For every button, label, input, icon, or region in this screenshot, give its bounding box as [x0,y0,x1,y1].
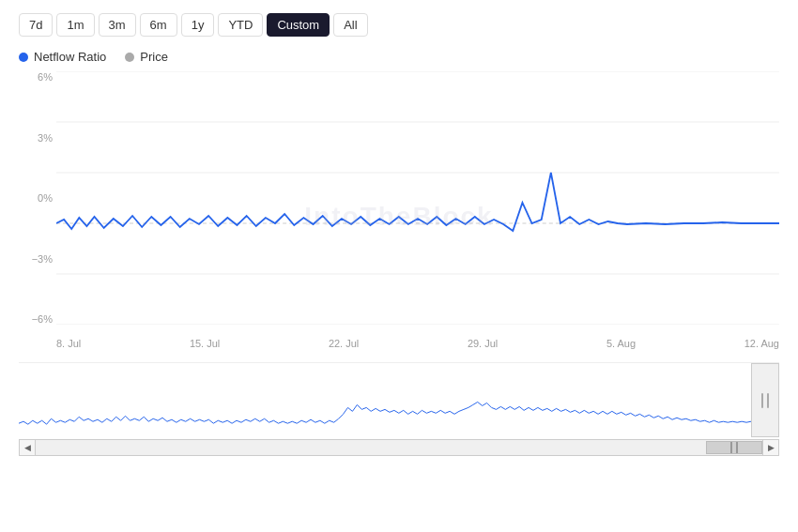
x-label-2: 22. Jul [329,338,359,349]
mini-chart-handle[interactable] [751,363,779,437]
legend-item-0: Netflow Ratio [19,50,106,64]
y-label-3: −3% [19,253,56,265]
scroll-right-button[interactable]: ▶ [762,439,779,456]
time-btn-1y[interactable]: 1y [181,13,215,37]
legend-label-0: Netflow Ratio [34,50,106,64]
x-label-0: 8. Jul [56,338,81,349]
main-container: 7d1m3m6m1yYTDCustomAll Netflow RatioPric… [0,0,798,532]
time-btn-custom[interactable]: Custom [267,13,330,37]
time-range-bar: 7d1m3m6m1yYTDCustomAll [0,0,798,46]
scroll-thumb[interactable] [706,441,762,454]
time-btn-7d[interactable]: 7d [19,13,53,37]
legend-dot-1 [125,53,134,62]
scrollbar-area: ◀ ▶ [19,439,779,456]
mini-chart-area [19,362,779,437]
time-btn-6m[interactable]: 6m [140,13,177,37]
y-label-4: −6% [19,313,56,325]
x-label-5: 12. Aug [744,338,779,349]
x-label-3: 29. Jul [468,338,498,349]
x-label-4: 5. Aug [606,338,636,349]
mini-chart-svg [19,363,751,437]
time-btn-3m[interactable]: 3m [99,13,136,37]
legend-dot-0 [19,53,28,62]
main-chart-area: 6%3%0%−3%−6% 8. Jul15. Jul22. Jul29. Jul… [19,71,779,362]
y-label-1: 3% [19,132,56,144]
svg-rect-7 [767,393,769,408]
mini-chart-svg-wrapper [19,363,751,437]
scroll-track[interactable] [36,439,762,456]
y-label-2: 0% [19,192,56,204]
scroll-thumb-handle-icon [730,442,738,453]
main-chart-svg [56,71,779,325]
svg-rect-6 [761,393,763,408]
time-btn-1m[interactable]: 1m [56,13,94,37]
scroll-left-button[interactable]: ◀ [19,439,36,456]
chart-svg-wrapper [56,71,779,325]
y-label-0: 6% [19,71,56,83]
legend: Netflow RatioPrice [0,46,798,71]
legend-label-1: Price [140,50,168,64]
y-axis: 6%3%0%−3%−6% [19,71,56,325]
time-btn-ytd[interactable]: YTD [218,13,263,37]
time-btn-all[interactable]: All [333,13,367,37]
legend-item-1: Price [125,50,168,64]
resize-handle-icon [760,391,771,410]
x-label-1: 15. Jul [190,338,220,349]
x-axis: 8. Jul15. Jul22. Jul29. Jul5. Aug12. Aug [56,325,779,362]
